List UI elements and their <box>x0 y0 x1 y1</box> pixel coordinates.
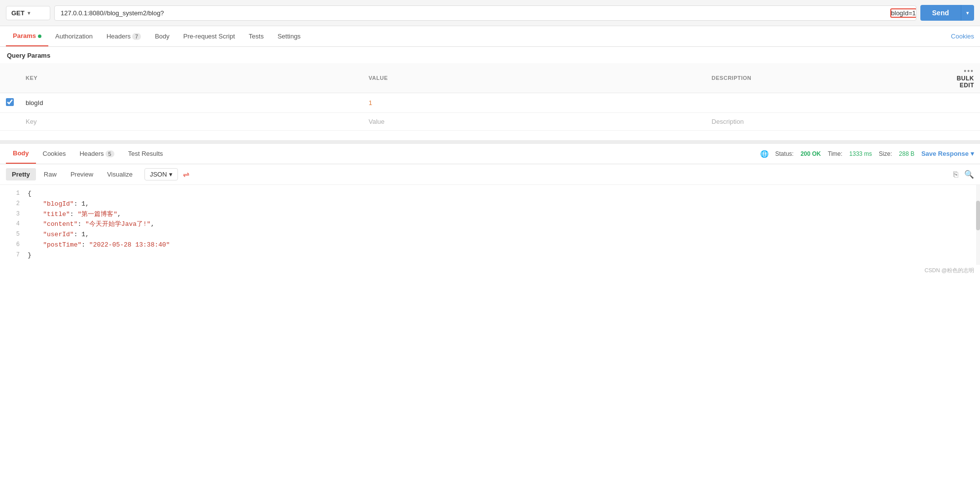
json-area: 1 { 2 "blogId": 1, 3 "title": "第一篇博客", 4… <box>0 185 980 265</box>
table-empty-row: Key Value Description <box>0 113 980 131</box>
json-line-3: 3 "title": "第一篇博客", <box>0 210 980 220</box>
scrollbar-thumb[interactable] <box>976 201 980 230</box>
table-row: blogId 1 <box>0 93 980 113</box>
url-highlighted: blogId=1 <box>891 9 916 17</box>
method-text: GET <box>11 9 25 17</box>
col-key-header: KEY <box>20 63 363 93</box>
line-num-1: 1 <box>4 189 20 198</box>
more-options-icon[interactable]: ••• <box>964 67 974 75</box>
line-num-6: 6 <box>4 240 20 250</box>
url-highlighted-wrapper: blogId=1 <box>891 9 916 17</box>
tab-body[interactable]: Body <box>148 27 176 46</box>
params-table: KEY VALUE DESCRIPTION ••• Bulk Edit blog… <box>0 63 980 131</box>
line-content-7: } <box>28 251 976 261</box>
line-num-4: 4 <box>4 219 20 229</box>
request-tabs-row: Params Authorization Headers7 Body Pre-r… <box>0 26 980 47</box>
globe-icon: 🌐 <box>760 150 769 158</box>
empty-desc-cell[interactable]: Description <box>706 113 951 131</box>
format-select-dropdown[interactable]: JSON ▾ <box>144 168 178 180</box>
line-content-4: "content": "今天开始学Java了!", <box>28 219 976 230</box>
fmt-tab-pretty[interactable]: Pretty <box>6 168 36 180</box>
time-label: Time: <box>828 150 842 157</box>
fmt-tab-visualize[interactable]: Visualize <box>101 168 139 180</box>
tab-prerequest[interactable]: Pre-request Script <box>176 27 242 46</box>
size-label: Size: <box>879 150 892 157</box>
tab-authorization[interactable]: Authorization <box>48 27 100 46</box>
json-line-2: 2 "blogId": 1, <box>0 199 980 210</box>
search-icon[interactable]: 🔍 <box>964 170 974 179</box>
bulk-edit-button[interactable]: Bulk Edit <box>957 75 974 89</box>
key-cell[interactable]: blogId <box>20 93 363 113</box>
line-num-2: 2 <box>4 199 20 209</box>
url-bar: GET ▾ 127.0.0.1:8080//blog_system2/blog?… <box>0 0 980 26</box>
query-params-title: Query Params <box>0 47 980 63</box>
url-input-box[interactable]: 127.0.0.1:8080//blog_system2/blog?blogId… <box>54 5 916 21</box>
size-value: 288 B <box>899 150 914 157</box>
url-prefix: 127.0.0.1:8080//blog_system2/blog? <box>55 6 891 20</box>
fmt-tab-preview[interactable]: Preview <box>65 168 99 180</box>
save-response-chevron-icon: ▾ <box>971 150 974 157</box>
time-value: 1333 ms <box>849 150 872 157</box>
tab-params[interactable]: Params <box>6 26 48 46</box>
line-num-5: 5 <box>4 230 20 239</box>
method-chevron-icon: ▾ <box>28 10 30 16</box>
method-select[interactable]: GET ▾ <box>6 6 50 20</box>
cookies-link[interactable]: Cookies <box>951 33 974 40</box>
row-checkbox[interactable] <box>6 98 14 106</box>
col-check-header <box>0 63 20 93</box>
send-btn-group: Send ▾ <box>920 5 974 21</box>
desc-cell[interactable] <box>706 93 951 113</box>
json-line-5: 5 "userId": 1, <box>0 230 980 240</box>
tab-settings[interactable]: Settings <box>271 27 308 46</box>
save-response-button[interactable]: Save Response ▾ <box>921 150 974 157</box>
col-actions-header: ••• Bulk Edit <box>951 63 980 93</box>
copy-icon[interactable]: ⎘ <box>953 170 958 179</box>
json-line-6: 6 "postTime": "2022-05-28 13:38:40" <box>0 240 980 251</box>
empty-value-cell[interactable]: Value <box>363 113 706 131</box>
line-content-6: "postTime": "2022-05-28 13:38:40" <box>28 240 976 251</box>
response-tab-headers[interactable]: Headers5 <box>72 144 121 163</box>
line-num-3: 3 <box>4 210 20 219</box>
format-row: Pretty Raw Preview Visualize JSON ▾ ⇌ ⎘ … <box>0 164 980 185</box>
line-content-3: "title": "第一篇博客", <box>28 210 976 220</box>
send-arrow-button[interactable]: ▾ <box>961 5 974 21</box>
response-tab-test-results[interactable]: Test Results <box>121 144 170 163</box>
send-button[interactable]: Send <box>920 5 961 21</box>
format-chevron-icon: ▾ <box>169 171 173 178</box>
line-content-1: { <box>28 189 976 199</box>
scrollbar-track <box>976 185 980 265</box>
tab-tests[interactable]: Tests <box>242 27 271 46</box>
tab-headers[interactable]: Headers7 <box>100 27 148 46</box>
line-num-7: 7 <box>4 251 20 260</box>
col-desc-header: DESCRIPTION <box>706 63 951 93</box>
status-value: 200 OK <box>801 150 821 157</box>
line-content-5: "userId": 1, <box>28 230 976 240</box>
wrap-icon[interactable]: ⇌ <box>183 170 189 179</box>
line-content-2: "blogId": 1, <box>28 199 976 210</box>
json-content: 1 { 2 "blogId": 1, 3 "title": "第一篇博客", 4… <box>0 185 980 265</box>
value-cell[interactable]: 1 <box>363 93 706 113</box>
row-actions <box>951 93 980 113</box>
json-line-1: 1 { <box>0 189 980 199</box>
watermark: CSDN @粉色的志明 <box>0 265 980 276</box>
status-label: Status: <box>775 150 794 157</box>
json-line-4: 4 "content": "今天开始学Java了!", <box>0 219 980 230</box>
params-dot <box>38 35 41 38</box>
response-tabs-row: Body Cookies Headers5 Test Results 🌐 Sta… <box>0 143 980 164</box>
response-status-area: 🌐 Status: 200 OK Time: 1333 ms Size: 288… <box>760 150 974 158</box>
col-value-header: VALUE <box>363 63 706 93</box>
response-tab-body[interactable]: Body <box>6 143 36 164</box>
json-line-7: 7 } <box>0 251 980 261</box>
response-tab-cookies[interactable]: Cookies <box>36 144 73 163</box>
empty-row-actions <box>951 113 980 131</box>
empty-key-cell[interactable]: Key <box>20 113 363 131</box>
fmt-tab-raw[interactable]: Raw <box>38 168 63 180</box>
